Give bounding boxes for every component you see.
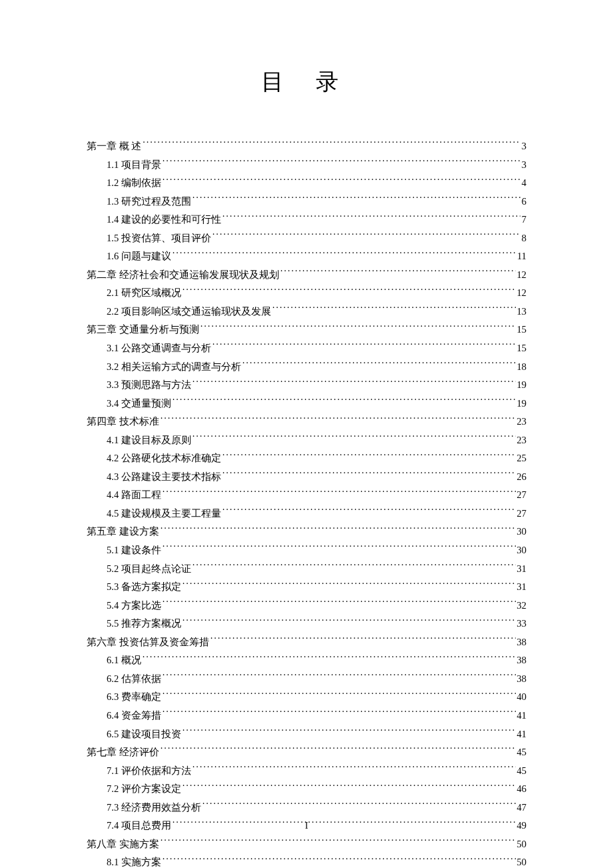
toc-entry: 6.5 建设项目投资41: [87, 725, 526, 744]
toc-page: 31: [517, 578, 527, 597]
toc-page: 50: [517, 835, 527, 854]
toc-leader: [143, 654, 516, 664]
toc-page: 32: [517, 597, 527, 615]
toc-label: 2.1 研究区域概况: [107, 284, 181, 303]
toc-page: 12: [517, 266, 527, 285]
toc-label: 1.2 编制依据: [107, 174, 161, 193]
toc-page: 12: [517, 284, 527, 303]
toc-leader: [193, 562, 516, 572]
toc-page: 46: [517, 780, 527, 799]
toc-page: 30: [517, 541, 527, 560]
toc-label: 第一章 概 述: [87, 137, 141, 156]
toc-label: 4.2 公路硬化技术标准确定: [107, 449, 221, 468]
toc-label: 第七章 经济评价: [87, 743, 159, 762]
toc-page: 33: [517, 615, 527, 633]
toc-page: 8: [522, 229, 526, 248]
toc-leader: [163, 489, 516, 499]
toc-page: 27: [517, 486, 527, 505]
toc-label: 1.4 建设的必要性和可行性: [107, 211, 221, 229]
toc-label: 4.1 建设目标及原则: [107, 431, 191, 450]
table-of-contents: 第一章 概 述31.1 项目背景31.2 编制依据41.3 研究过程及范围61.…: [87, 137, 526, 868]
page-number: I: [0, 821, 613, 831]
toc-label: 5.4 方案比选: [107, 597, 161, 615]
toc-leader: [193, 433, 516, 443]
toc-leader: [213, 231, 520, 241]
toc-label: 6.1 概况: [107, 651, 141, 670]
toc-label: 7.1 评价依据和方法: [107, 762, 191, 781]
toc-page: 13: [517, 303, 527, 321]
toc-label: 1.5 投资估算、项目评价: [107, 229, 211, 248]
toc-entry: 2.2 项目影响区域交通运输现状及发展13: [87, 303, 526, 321]
toc-label: 第八章 实施方案: [87, 835, 159, 854]
toc-leader: [223, 507, 516, 517]
toc-page: 47: [517, 799, 527, 817]
toc-entry: 7.1 评价依据和方法45: [87, 762, 526, 781]
toc-entry: 5.1 建设条件30: [87, 541, 526, 560]
toc-leader: [183, 783, 516, 793]
toc-entry: 第六章 投资估算及资金筹措38: [87, 633, 526, 652]
toc-entry: 5.5 推荐方案概况33: [87, 615, 526, 633]
toc-page: 40: [517, 688, 527, 707]
toc-entry: 6.3 费率确定40: [87, 688, 526, 707]
toc-leader: [213, 342, 516, 352]
toc-entry: 5.2 项目起终点论证31: [87, 560, 526, 579]
toc-label: 5.1 建设条件: [107, 541, 161, 560]
toc-entry: 8.1 实施方案50: [87, 853, 526, 868]
toc-entry: 第四章 技术标准23: [87, 413, 526, 431]
toc-label: 1.1 项目背景: [107, 156, 161, 175]
toc-entry: 2.1 研究区域概况12: [87, 284, 526, 303]
toc-label: 1.6 问题与建议: [107, 247, 171, 266]
toc-label: 5.5 推荐方案概况: [107, 615, 181, 633]
toc-page: 41: [517, 725, 527, 744]
toc-leader: [163, 709, 516, 719]
toc-entry: 6.1 概况38: [87, 651, 526, 670]
toc-page: 25: [517, 449, 527, 468]
toc-page: 19: [517, 376, 527, 395]
toc-entry: 1.6 问题与建议11: [87, 247, 526, 266]
toc-leader: [193, 379, 516, 389]
toc-leader: [163, 599, 516, 609]
toc-page: 45: [517, 762, 527, 781]
toc-leader: [183, 617, 516, 627]
toc-page: 38: [517, 633, 527, 652]
toc-leader: [163, 856, 516, 866]
toc-entry: 7.2 评价方案设定46: [87, 780, 526, 799]
toc-page: 7: [522, 211, 526, 229]
toc-entry: 第二章 经济社会和交通运输发展现状及规划12: [87, 266, 526, 285]
toc-label: 8.1 实施方案: [107, 853, 161, 868]
toc-label: 3.3 预测思路与方法: [107, 376, 191, 395]
toc-leader: [163, 691, 516, 701]
toc-label: 6.3 费率确定: [107, 688, 161, 707]
toc-leader: [163, 158, 520, 168]
toc-page: 19: [517, 395, 527, 413]
toc-page: 50: [517, 853, 527, 868]
toc-page: 15: [517, 321, 527, 339]
toc-label: 3.1 公路交通调查与分析: [107, 339, 211, 358]
toc-leader: [183, 727, 516, 737]
toc-leader: [273, 305, 516, 315]
toc-label: 7.3 经济费用效益分析: [107, 799, 201, 817]
toc-entry: 5.4 方案比选32: [87, 597, 526, 615]
toc-leader: [201, 323, 516, 333]
toc-label: 3.2 相关运输方式的调查与分析: [107, 358, 241, 377]
toc-label: 第五章 建设方案: [87, 523, 159, 541]
toc-entry: 第三章 交通量分析与预测15: [87, 321, 526, 339]
toc-label: 7.2 评价方案设定: [107, 780, 181, 799]
toc-page: 18: [517, 358, 527, 377]
toc-page: 3: [522, 137, 526, 156]
toc-entry: 1.2 编制依据4: [87, 174, 526, 193]
toc-leader: [223, 452, 516, 462]
toc-entry: 7.3 经济费用效益分析47: [87, 799, 526, 817]
toc-leader: [161, 837, 516, 847]
toc-page: 11: [517, 247, 526, 266]
toc-entry: 4.4 路面工程27: [87, 486, 526, 505]
toc-entry: 4.1 建设目标及原则23: [87, 431, 526, 450]
toc-label: 2.2 项目影响区域交通运输现状及发展: [107, 303, 271, 321]
toc-entry: 第五章 建设方案30: [87, 523, 526, 541]
toc-label: 4.5 建设规模及主要工程量: [107, 505, 221, 523]
toc-label: 5.2 项目起终点论证: [107, 560, 191, 579]
toc-entry: 4.5 建设规模及主要工程量27: [87, 505, 526, 523]
toc-entry: 4.2 公路硬化技术标准确定25: [87, 449, 526, 468]
toc-page: 38: [517, 670, 527, 689]
toc-page: 15: [517, 339, 527, 358]
